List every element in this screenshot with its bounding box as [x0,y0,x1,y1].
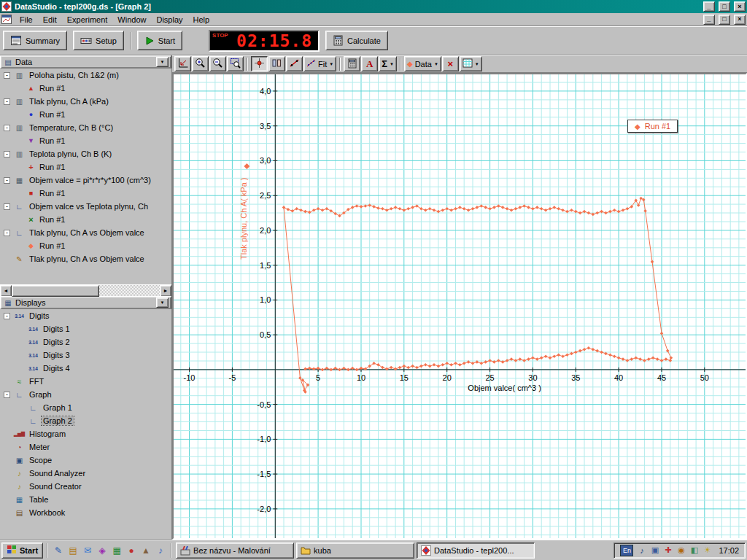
zoom-in-button[interactable] [192,56,209,71]
data-tree-item[interactable]: ✎Tlak plynu, Ch A vs Objem valce [0,252,171,265]
network-icon[interactable]: ◧ [689,545,700,556]
display-tree-item[interactable]: ▂▅▇Histogram [0,427,171,440]
setup-button[interactable]: Setup [73,31,124,50]
collapse-icon[interactable]: - [4,313,10,319]
collapse-icon[interactable]: - [4,230,10,236]
scheduler-icon[interactable]: ◉ [676,545,686,556]
display-tree-item[interactable]: -3.14Digits [0,309,171,322]
data-menu-button[interactable]: ◆ Data ▼ [404,56,441,71]
graph-plot-area[interactable]: -10-551015202530354045504,03,53,02,52,01… [172,73,747,540]
task-button[interactable]: Bez názvu - Malování [176,542,294,559]
timer-display: STOP 02:15.8 [209,30,320,52]
display-tree-item[interactable]: 3.14Digits 1 [0,322,171,335]
display-icon[interactable]: ▣ [649,545,660,556]
child-minimize-button[interactable]: _ [703,15,715,25]
collapse-icon[interactable]: - [4,177,10,184]
slope-tool-button[interactable] [268,56,285,71]
display-tree-item[interactable]: ▤Workbook [0,506,171,519]
menu-help[interactable]: Help [188,15,215,25]
updater-icon[interactable]: ☀ [702,545,713,556]
collapse-icon[interactable]: - [4,98,10,105]
scroll-left-button[interactable]: ◄ [0,285,12,297]
close-button[interactable]: × [734,1,746,12]
quicklaunch-icon-5[interactable]: ▦ [110,544,123,557]
display-tree-item[interactable]: ♪Sound Creator [0,480,171,493]
display-tree-item[interactable]: 3.14Digits 4 [0,362,171,375]
tangent-tool-button[interactable] [286,56,303,71]
data-tree-item[interactable]: -▥Poloha pistu, Ch 1&2 (m) [0,69,171,82]
quicklaunch-icon-6[interactable]: ● [125,544,138,557]
graph-calculate-button[interactable] [344,56,360,71]
display-tree-item[interactable]: -∟Graph [0,388,171,401]
display-tree-item[interactable]: 3.14Digits 2 [0,335,171,349]
menu-file[interactable]: File [15,15,38,25]
run-item[interactable]: ◆Run #1 [0,239,171,252]
remove-button[interactable]: × [442,56,459,71]
task-button[interactable]: DataStudio - tepl200... [417,542,535,559]
data-tree-item[interactable]: -∟Tlak plynu, Ch A vs Objem valce [0,226,171,239]
zoom-out-button[interactable] [209,56,226,71]
run-item[interactable]: ■Run #1 [0,187,171,200]
collapse-icon[interactable]: - [4,392,10,398]
scrollbar-track[interactable] [12,285,160,296]
data-tree-item[interactable]: -▥Teplota plynu, Ch B (K) [0,147,171,160]
collapse-icon[interactable]: - [4,125,10,131]
statistics-menu-button[interactable]: Σ ▼ [379,56,397,71]
quicklaunch-icon-3[interactable]: ✉ [81,544,94,557]
menu-edit[interactable]: Edit [38,15,62,25]
display-tree-item[interactable]: ≈FFT [0,375,171,388]
collapse-icon[interactable]: - [4,72,10,79]
display-tree-item[interactable]: ◔Meter [0,440,171,454]
display-tree-item[interactable]: ▣Scope [0,454,171,467]
display-tree-item[interactable]: ▦Table [0,493,171,506]
display-tree-item[interactable]: ♪Sound Analyzer [0,467,171,480]
summary-button[interactable]: Summary [3,31,67,50]
collapse-icon[interactable]: - [4,203,10,210]
display-tree-item[interactable]: ∟Graph 1 [0,401,171,414]
data-tree-item[interactable]: -∟Objem valce vs Teplota plynu, Ch [0,200,171,213]
child-close-button[interactable]: × [734,15,746,25]
data-tree-item[interactable]: -▥Temperature, Ch B (°C) [0,121,171,134]
graph-settings-menu-button[interactable]: ▼ [460,56,482,71]
quicklaunch-icon-8[interactable]: ♪ [154,544,167,557]
run-item[interactable]: ▼Run #1 [0,134,171,147]
child-restore-button[interactable]: □ [719,15,730,25]
display-tree-item[interactable]: ∟Graph 2 [0,414,171,427]
run-item[interactable]: ●Run #1 [0,108,171,121]
scroll-right-button[interactable]: ► [160,285,171,297]
collapse-icon[interactable]: - [4,151,10,158]
quicklaunch-icon-1[interactable]: ✎ [52,544,65,557]
legend[interactable]: ◆ Run #1 [627,120,678,133]
quicklaunch-icon-4[interactable]: ◈ [96,544,109,557]
text-tool-button[interactable]: A [361,56,378,71]
displays-panel-menu-button[interactable]: ▼ [156,298,169,308]
smart-tool-button[interactable] [251,56,268,71]
data-tree-item[interactable]: -▦Objem valce = pi*r*r*y*100 (cm^3) [0,174,171,187]
calculate-button[interactable]: Calculate [325,31,388,50]
scale-to-fit-button[interactable] [174,56,191,71]
display-tree-item[interactable]: 3.14Digits 3 [0,349,171,362]
data-panel-menu-button[interactable]: ▼ [156,57,169,67]
run-item[interactable]: ×Run #1 [0,213,171,226]
quicklaunch-icon-2[interactable]: ▤ [66,544,80,557]
start-recording-button[interactable]: Start [137,31,182,50]
scrollbar-thumb[interactable] [12,285,99,297]
menu-experiment[interactable]: Experiment [62,15,113,25]
run-item[interactable]: ▲Run #1 [0,82,171,95]
menu-bar: FileEditExperimentWindowDisplayHelp _ □ … [0,13,747,26]
fit-menu-button[interactable]: Fit ▼ [303,56,336,71]
language-indicator[interactable]: En [620,545,633,556]
quicklaunch-icon-7[interactable]: ▲ [139,544,152,557]
start-button[interactable]: Start [1,542,43,559]
volume-icon[interactable]: ♪ [636,545,647,556]
task-button[interactable]: kuba [296,542,414,559]
menu-window[interactable]: Window [112,15,151,25]
data-tree-scrollbar: ◄ ► [0,284,171,296]
menu-display[interactable]: Display [151,15,187,25]
data-tree-item[interactable]: -▥Tlak plynu, Ch A (kPa) [0,95,171,108]
antivirus-icon[interactable]: ✚ [662,545,673,556]
zoom-select-button[interactable] [227,56,244,71]
run-item[interactable]: +Run #1 [0,160,171,174]
minimize-button[interactable]: _ [703,1,715,12]
maximize-button[interactable]: □ [719,1,730,12]
